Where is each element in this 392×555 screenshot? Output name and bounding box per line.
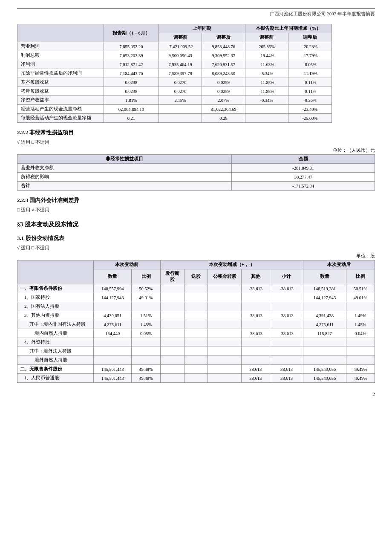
sc-row-cn <box>160 374 184 383</box>
sc-row-bq <box>94 347 132 356</box>
sc-row-cn <box>160 320 184 329</box>
table-row: 扣除非经常性损益后的净利润 7,184,443.76 7,589,397.79 … <box>17 69 375 78</box>
table-row: 基本每股收益 0.0238 0.0270 0.0259 -11.85% -8.1… <box>17 78 375 87</box>
ft-row-label: 每股经营活动产生的现金流量净额 <box>17 114 104 123</box>
ft-row-label: 扣除非经常性损益后的净利润 <box>17 69 104 78</box>
sc-row-cr <box>208 356 241 365</box>
sc-row-bp <box>132 347 160 356</box>
sc-row-ap: 1.45% <box>346 320 375 329</box>
table-row: 净利润 7,012,871.42 7,935,464.19 7,626,931.… <box>17 60 375 69</box>
section-31-title: 3.1 股份变动情况表 <box>17 234 375 242</box>
header-title: 广西河池化工股份有限公司 2007 年半年度报告摘要 <box>17 11 375 17</box>
sc-row-aq: 145,540,056 <box>303 365 346 374</box>
sc-row-ap: 0.04% <box>346 329 375 338</box>
table-row: 一、有限售条件股份 148,557,994 50.52% -38,613 -38… <box>17 284 375 293</box>
table-row: 经营活动产生的现金流量净额 62,064,884.10 81,022,364.6… <box>17 105 375 114</box>
sc-row-cs <box>270 293 303 302</box>
sc-row-label: 3、其他内资持股 <box>17 311 94 320</box>
sc-row-cn <box>160 356 184 365</box>
ft-col-prior: 上年同期 <box>159 24 245 33</box>
ft-row-c1: 0.0238 <box>104 87 159 96</box>
sc-row-cs: -38,613 <box>270 329 303 338</box>
sc-row-co <box>241 356 270 365</box>
sc-row-ap: 49.01% <box>346 293 375 302</box>
sc-row-cs: 38,613 <box>270 374 303 383</box>
sc-row-cb <box>184 329 208 338</box>
sc-row-ap: 49.49% <box>346 365 375 374</box>
page-number: 2 <box>17 391 375 398</box>
sc-row-cs <box>270 320 303 329</box>
s222-row-value: 30,277.47 <box>232 173 375 182</box>
sc-row-ap <box>346 356 375 365</box>
sc-row-co: -38,613 <box>241 329 270 338</box>
sc-after-pct: 比例 <box>346 269 375 284</box>
sc-row-label: 一、有限售条件股份 <box>17 284 94 293</box>
s222-row-value: -171,572.34 <box>232 182 375 191</box>
sc-row-cs <box>270 302 303 311</box>
table-row: 1、国家持股 144,127,943 49.01% 144,127,943 49… <box>17 293 375 302</box>
sc-row-co: 38,613 <box>241 365 270 374</box>
sc-row-bq: 148,557,994 <box>94 284 132 293</box>
ft-row-c2b: 8,089,243.50 <box>202 69 245 78</box>
ft-row-label: 经营活动产生的现金流量净额 <box>17 105 104 114</box>
sc-row-bp: 49.48% <box>132 374 160 383</box>
share-change-table: 本次变动前 本次变动增减（+，-） 本次变动后 数量 比例 发行新股 送股 公积… <box>17 260 375 383</box>
table-row: 其中：境内非国有法人持股 4,275,611 1.45% 4,275,611 1… <box>17 320 375 329</box>
sc-row-cr <box>208 302 241 311</box>
sc-row-label: 其中：境外法人持股 <box>17 347 94 356</box>
sc-row-co: -38,613 <box>241 311 270 320</box>
ft-row-label: 基本每股收益 <box>17 78 104 87</box>
financial-table: 报告期（1－6月） 上年同期 本报告期比上年同期增减（%） 调整前 调整后 调整… <box>17 24 375 123</box>
s222-col1: 非经常性损益项目 <box>17 155 232 164</box>
ft-row-c3b: -20.28% <box>288 42 331 51</box>
sc-change-new: 发行新股 <box>160 269 184 284</box>
section-223-title: 2.2.3 国内外会计准则差异 <box>17 197 375 204</box>
ft-col-change-before: 调整前 <box>245 33 288 42</box>
sc-row-cn <box>160 338 184 347</box>
sc-row-cr <box>208 293 241 302</box>
table-row: 4、外资持股 <box>17 338 375 347</box>
sc-row-co <box>241 302 270 311</box>
sc-row-cr <box>208 374 241 383</box>
ft-row-c1: 0.21 <box>104 114 159 123</box>
sc-row-bq <box>94 356 132 365</box>
sc-row-label: 二、无限售条件股份 <box>17 365 94 374</box>
sc-after-qty: 数量 <box>303 269 346 284</box>
sc-col-after: 本次变动后 <box>303 260 375 269</box>
sc-row-aq: 115,827 <box>303 329 346 338</box>
sc-row-bp <box>132 338 160 347</box>
sc-row-cr <box>208 365 241 374</box>
section-223-applicability: □ 适用 √ 不适用 <box>17 207 375 213</box>
sc-row-aq: 145,540,056 <box>303 374 346 383</box>
sc-row-bp: 1.51% <box>132 311 160 320</box>
ft-row-c2a: 2.15% <box>159 96 202 105</box>
table-row: 净资产收益率 1.81% 2.15% 2.07% -0.34% -0.26% <box>17 96 375 105</box>
section-222-table: 非经常性损益项目 金额 营业外收支净额 -201,849.81 所得税的影响 3… <box>17 154 375 191</box>
sc-row-co <box>241 347 270 356</box>
ft-row-c3b: -25.00% <box>288 114 331 123</box>
sc-row-cb <box>184 338 208 347</box>
table-row: 所得税的影响 30,277.47 <box>17 173 375 182</box>
ft-row-c3a <box>245 105 288 114</box>
s222-row-label: 所得税的影响 <box>17 173 232 182</box>
sc-change-bonus: 送股 <box>184 269 208 284</box>
ft-row-c3b: -8.11% <box>288 78 331 87</box>
sc-row-aq: 4,391,438 <box>303 311 346 320</box>
sc-row-bp: 1.45% <box>132 320 160 329</box>
sc-col-item <box>17 260 94 284</box>
table-row: 3、其他内资持股 4,430,051 1.51% -38,613 -38,613… <box>17 311 375 320</box>
sc-row-cb <box>184 302 208 311</box>
ft-row-c2a: 0.0270 <box>159 87 202 96</box>
table-row: 其中：境外法人持股 <box>17 347 375 356</box>
sc-row-cb <box>184 374 208 383</box>
sc-col-before: 本次变动前 <box>94 260 161 269</box>
ft-row-c2b: 9,309,552.37 <box>202 51 245 60</box>
sc-row-aq <box>303 347 346 356</box>
sc-row-bq: 154,440 <box>94 329 132 338</box>
sc-row-bq: 144,127,943 <box>94 293 132 302</box>
ft-row-c2a: 7,935,464.19 <box>159 60 202 69</box>
table-row: 每股经营活动产生的现金流量净额 0.21 0.28 -25.00% <box>17 114 375 123</box>
ft-col-prior-after: 调整后 <box>202 33 245 42</box>
sc-row-label: 境外自然人持股 <box>17 356 94 365</box>
sc-row-cs: -38,613 <box>270 311 303 320</box>
